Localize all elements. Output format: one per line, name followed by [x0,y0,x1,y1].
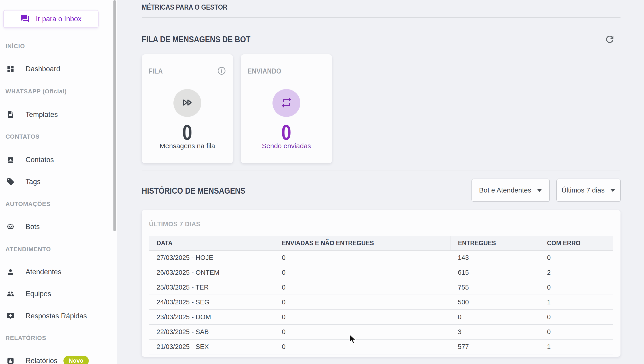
cell-enviadas: 0 [274,280,450,295]
sidebar-section-automacoes: AUTOMAÇÕES [6,200,50,208]
queue-count: 0 [142,122,233,143]
info-icon[interactable] [217,66,226,75]
sidebar-item-templates[interactable]: Templates [0,106,114,123]
sending-count: 0 [241,122,332,143]
filter-type-dropdown[interactable]: Bot e Atendentes [472,179,550,202]
sidebar-item-bots[interactable]: Bots [0,219,114,235]
cell-entregues: 755 [450,280,540,295]
filter-period-dropdown[interactable]: Últimos 7 dias [556,179,621,202]
go-to-inbox-button[interactable]: Ir para o Inbox [3,10,98,28]
tag-icon [6,178,14,186]
col-header-com-erro: COM ERRO [540,236,613,250]
divider [142,171,620,171]
queue-caption: Mensagens na fila [142,142,233,150]
sidebar: Ir para o Inbox INÍCIO Dashboard WHATSAP… [0,0,117,364]
cell-com-erro: 0 [540,280,613,295]
history-panel-title: ÚLTIMOS 7 DIAS [149,220,205,228]
cell-date: 24/03/2025 - SEG [149,295,274,310]
sending-circle [272,89,300,117]
cell-date: 25/03/2025 - TER [149,280,274,295]
table-row: 25/03/2025 - TER 0 755 0 [149,280,613,295]
cell-com-erro: 1 [540,295,613,310]
cell-enviadas: 0 [274,265,450,280]
history-panel: ÚLTIMOS 7 DIAS DATA ENVIADAS E NÃO ENTRE… [142,210,620,357]
refresh-icon[interactable] [604,34,615,45]
app-window: Ir para o Inbox INÍCIO Dashboard WHATSAP… [0,0,644,364]
sidebar-item-atendentes[interactable]: Atendentes [0,264,114,280]
queue-card: FILA 0 Mensagens na fila [142,54,233,163]
queue-card-title: FILA [148,67,165,75]
table-row: 21/03/2025 - SEX 0 577 1 [149,339,613,354]
history-section-title: HISTÓRICO DE MENSAGENS [142,186,260,196]
document-icon [6,111,14,119]
page-title: MÉTRICAS PARA O GESTOR [142,3,239,12]
sending-caption: Sendo enviadas [241,142,332,150]
bot-queue-section-title: FILA DE MENSAGENS DE BOT [142,35,265,44]
contact-card-icon [6,156,14,164]
queue-circle [174,89,201,117]
table-row: 26/03/2025 - ONTEM 0 615 2 [149,265,613,280]
sidebar-section-whatsapp: WHATSAPP (Oficial) [6,88,67,95]
sidebar-section-atendimento: ATENDIMENTO [6,245,51,253]
filter-type-value: Bot e Atendentes [479,186,531,194]
cell-com-erro: 2 [540,265,613,280]
cell-com-erro: 0 [540,250,613,265]
cell-date: 23/03/2025 - DOM [149,310,274,324]
cell-enviadas: 0 [274,324,450,339]
divider [142,17,620,18]
cell-enviadas: 0 [274,339,450,354]
table-row: 24/03/2025 - SEG 0 500 1 [149,295,613,310]
cell-com-erro: 0 [540,310,613,324]
cell-date: 21/03/2025 - SEX [149,339,274,354]
bar-chart-icon [6,357,14,364]
cell-date: 26/03/2025 - ONTEM [149,265,274,280]
dashboard-icon [6,65,14,73]
sidebar-item-contatos[interactable]: Contatos [0,152,114,168]
fast-forward-icon [181,96,194,110]
robot-icon [6,223,14,231]
chevron-down-icon [610,189,616,192]
cell-entregues: 577 [450,339,540,354]
cell-enviadas: 0 [274,250,450,265]
table-row: 23/03/2025 - DOM 0 0 0 [149,310,613,324]
novo-badge: Novo [64,356,89,364]
mouse-cursor [348,334,358,346]
people-icon [6,290,14,298]
sidebar-item-tags[interactable]: Tags [0,174,114,190]
col-header-enviadas: ENVIADAS E NÃO ENTREGUES [274,236,450,250]
person-icon [6,268,14,276]
cell-entregues: 0 [450,310,540,324]
sidebar-section-contatos: CONTATOS [6,133,40,140]
table-header-row: DATA ENVIADAS E NÃO ENTREGUES ENTREGUES … [149,236,613,250]
sidebar-item-relatorios[interactable]: Relatórios Novo [0,352,114,364]
table-row: 22/03/2025 - SAB 0 3 0 [149,324,613,339]
table-row: 27/03/2025 - HOJE 0 143 0 [149,250,613,265]
cell-date: 22/03/2025 - SAB [149,324,274,339]
cell-com-erro: 0 [540,324,613,339]
cell-entregues: 143 [450,250,540,265]
col-header-entregues: ENTREGUES [450,236,540,250]
sidebar-section-relatorios: RELATÓRIOS [6,334,46,342]
cell-entregues: 500 [450,295,540,310]
cell-com-erro: 1 [540,339,613,354]
col-header-data: DATA [149,236,274,250]
sparkle-bubble-icon [6,312,14,320]
history-table: DATA ENVIADAS E NÃO ENTREGUES ENTREGUES … [149,236,613,354]
cell-enviadas: 0 [274,310,450,324]
sidebar-section-inicio: INÍCIO [6,43,25,50]
sidebar-scrollbar[interactable] [114,0,116,231]
go-to-inbox-label: Ir para o Inbox [36,15,82,23]
sidebar-item-dashboard[interactable]: Dashboard [0,61,114,77]
filter-period-value: Últimos 7 dias [562,186,604,194]
sidebar-item-respostas-rapidas[interactable]: Respostas Rápidas [0,308,114,324]
cell-entregues: 3 [450,324,540,339]
cell-entregues: 615 [450,265,540,280]
chat-bubbles-icon [20,14,30,24]
sidebar-item-equipes[interactable]: Equipes [0,286,114,302]
cell-enviadas: 0 [274,295,450,310]
main-content: MÉTRICAS PARA O GESTOR FILA DE MENSAGENS… [117,0,644,364]
sending-card-title: ENVIANDO [248,67,286,75]
sending-card: ENVIANDO 0 Sendo enviadas [241,54,332,163]
repeat-icon [280,96,292,110]
chevron-down-icon [537,189,542,192]
